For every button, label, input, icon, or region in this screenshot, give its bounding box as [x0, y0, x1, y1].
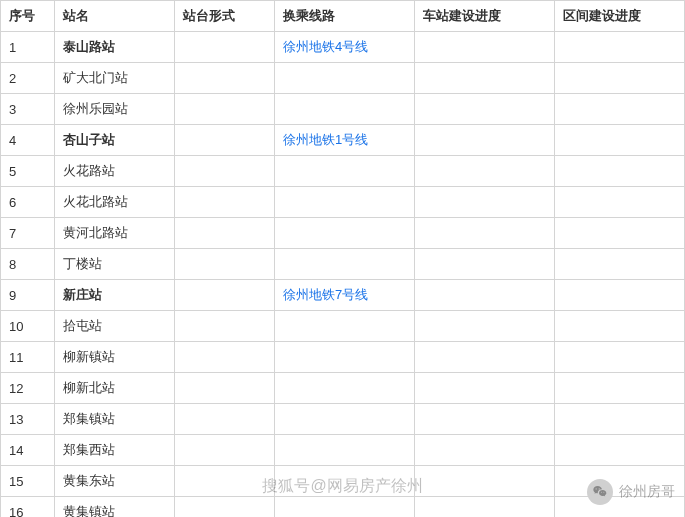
cell-transfer [275, 94, 415, 125]
cell-section-progress [555, 497, 685, 518]
cell-section-progress [555, 373, 685, 404]
cell-section-progress [555, 466, 685, 497]
cell-station-progress [415, 63, 555, 94]
cell-platform [175, 156, 275, 187]
cell-transfer [275, 373, 415, 404]
cell-name: 黄河北路站 [55, 218, 175, 249]
cell-section-progress [555, 156, 685, 187]
cell-station-progress [415, 218, 555, 249]
cell-name: 新庄站 [55, 280, 175, 311]
cell-name: 杏山子站 [55, 125, 175, 156]
cell-num: 3 [1, 94, 55, 125]
cell-name: 火花北路站 [55, 187, 175, 218]
cell-num: 5 [1, 156, 55, 187]
cell-num: 2 [1, 63, 55, 94]
cell-num: 15 [1, 466, 55, 497]
cell-platform [175, 94, 275, 125]
cell-station-progress [415, 497, 555, 518]
cell-transfer [275, 63, 415, 94]
cell-section-progress [555, 311, 685, 342]
cell-station-progress [415, 466, 555, 497]
cell-num: 14 [1, 435, 55, 466]
cell-platform [175, 466, 275, 497]
cell-num: 4 [1, 125, 55, 156]
cell-name: 黄集镇站 [55, 497, 175, 518]
cell-platform [175, 187, 275, 218]
cell-section-progress [555, 94, 685, 125]
cell-transfer [275, 435, 415, 466]
cell-station-progress [415, 32, 555, 63]
cell-station-progress [415, 311, 555, 342]
table-row: 9新庄站徐州地铁7号线 [1, 280, 685, 311]
table-row: 6火花北路站 [1, 187, 685, 218]
cell-name: 拾屯站 [55, 311, 175, 342]
cell-platform [175, 311, 275, 342]
cell-platform [175, 63, 275, 94]
cell-section-progress [555, 32, 685, 63]
cell-platform [175, 280, 275, 311]
cell-name: 丁楼站 [55, 249, 175, 280]
header-name: 站名 [55, 1, 175, 32]
cell-num: 13 [1, 404, 55, 435]
cell-station-progress [415, 280, 555, 311]
cell-transfer [275, 466, 415, 497]
table-row: 16黄集镇站 [1, 497, 685, 518]
cell-station-progress [415, 156, 555, 187]
cell-platform [175, 404, 275, 435]
cell-station-progress [415, 249, 555, 280]
transfer-link[interactable]: 徐州地铁1号线 [283, 132, 368, 147]
table-row: 1泰山路站徐州地铁4号线 [1, 32, 685, 63]
cell-platform [175, 125, 275, 156]
table-row: 8丁楼站 [1, 249, 685, 280]
cell-platform [175, 435, 275, 466]
cell-transfer: 徐州地铁7号线 [275, 280, 415, 311]
cell-section-progress [555, 187, 685, 218]
cell-platform [175, 497, 275, 518]
table-row: 14郑集西站 [1, 435, 685, 466]
cell-station-progress [415, 94, 555, 125]
cell-section-progress [555, 218, 685, 249]
cell-name: 矿大北门站 [55, 63, 175, 94]
cell-num: 1 [1, 32, 55, 63]
cell-section-progress [555, 125, 685, 156]
cell-transfer [275, 218, 415, 249]
cell-transfer: 徐州地铁1号线 [275, 125, 415, 156]
cell-transfer [275, 249, 415, 280]
cell-station-progress [415, 435, 555, 466]
header-section-progress: 区间建设进度 [555, 1, 685, 32]
header-platform: 站台形式 [175, 1, 275, 32]
cell-station-progress [415, 342, 555, 373]
cell-section-progress [555, 63, 685, 94]
cell-station-progress [415, 373, 555, 404]
table-header-row: 序号 站名 站台形式 换乘线路 车站建设进度 区间建设进度 [1, 1, 685, 32]
table-row: 4杏山子站徐州地铁1号线 [1, 125, 685, 156]
cell-transfer [275, 187, 415, 218]
table-row: 15黄集东站 [1, 466, 685, 497]
table-row: 3徐州乐园站 [1, 94, 685, 125]
cell-section-progress [555, 342, 685, 373]
transfer-link[interactable]: 徐州地铁4号线 [283, 39, 368, 54]
cell-platform [175, 249, 275, 280]
table-row: 13郑集镇站 [1, 404, 685, 435]
cell-name: 柳新北站 [55, 373, 175, 404]
cell-section-progress [555, 404, 685, 435]
table-row: 10拾屯站 [1, 311, 685, 342]
cell-name: 郑集镇站 [55, 404, 175, 435]
cell-section-progress [555, 249, 685, 280]
cell-transfer [275, 156, 415, 187]
cell-num: 7 [1, 218, 55, 249]
cell-num: 6 [1, 187, 55, 218]
cell-station-progress [415, 187, 555, 218]
cell-name: 黄集东站 [55, 466, 175, 497]
cell-name: 火花路站 [55, 156, 175, 187]
cell-transfer: 徐州地铁4号线 [275, 32, 415, 63]
cell-platform [175, 373, 275, 404]
cell-transfer [275, 342, 415, 373]
cell-section-progress [555, 435, 685, 466]
table-row: 2矿大北门站 [1, 63, 685, 94]
cell-name: 郑集西站 [55, 435, 175, 466]
cell-section-progress [555, 280, 685, 311]
table-row: 5火花路站 [1, 156, 685, 187]
transfer-link[interactable]: 徐州地铁7号线 [283, 287, 368, 302]
cell-num: 10 [1, 311, 55, 342]
